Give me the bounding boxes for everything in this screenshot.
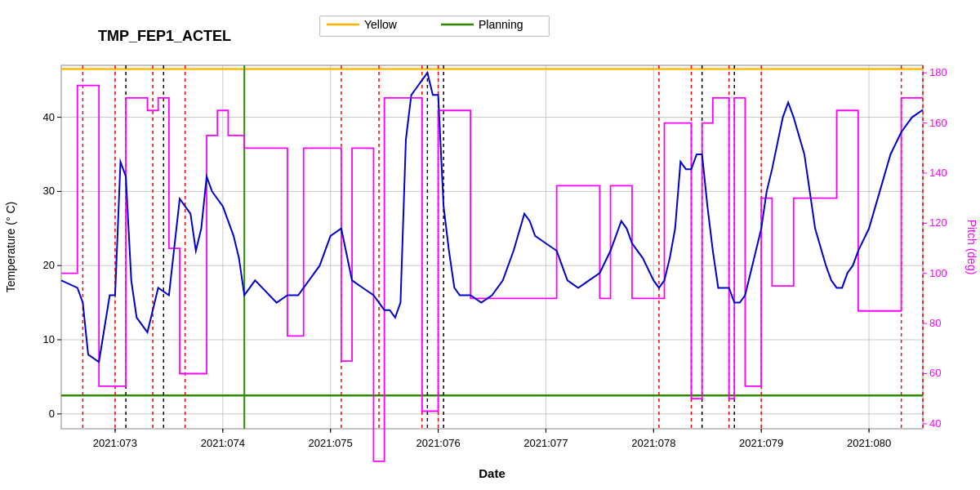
chart-container (0, 0, 980, 490)
chart-canvas (0, 0, 980, 490)
